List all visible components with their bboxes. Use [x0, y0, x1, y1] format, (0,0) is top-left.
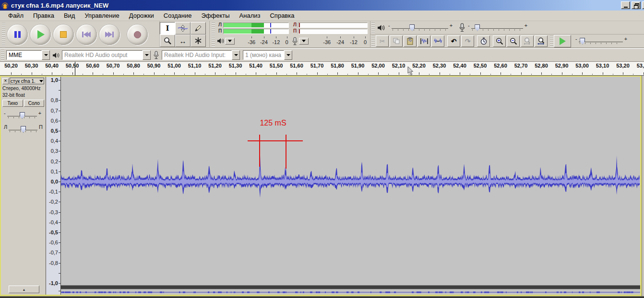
timeline-label: 52,10	[392, 63, 405, 69]
skip-to-start-icon	[82, 32, 91, 37]
stop-button[interactable]	[53, 24, 74, 45]
timeline-label: 53,20	[616, 63, 630, 69]
mouse-pointer-icon	[407, 67, 414, 76]
track-close-button[interactable]: ×	[2, 78, 9, 84]
vruler-tick	[59, 90, 60, 91]
output-combo-arrow-icon[interactable]	[143, 50, 151, 60]
channel-separator[interactable]	[61, 285, 640, 289]
minimize-button[interactable]	[621, 1, 630, 9]
input-volume-slider[interactable]: - +	[466, 23, 529, 33]
vruler-tick	[59, 131, 60, 131]
pan-slider[interactable]: Л П	[2, 124, 44, 135]
playback-meter[interactable]: Л П -36-24-120	[217, 22, 289, 47]
envelope-tool-button[interactable]	[175, 22, 191, 34]
trim-button[interactable]	[417, 35, 430, 47]
transport-grip[interactable]	[2, 22, 5, 47]
record-button[interactable]	[127, 24, 148, 45]
menu-item-5[interactable]: Дорожки	[124, 11, 159, 20]
vruler-label: -0,6	[49, 240, 58, 245]
track-collapse-button[interactable]: ▲	[9, 286, 39, 293]
selection-tool-button[interactable]: I	[160, 22, 175, 34]
copy-button[interactable]	[390, 35, 403, 47]
paste-button[interactable]	[404, 35, 417, 47]
cut-button[interactable]: ✂	[376, 35, 389, 47]
paste-icon	[406, 37, 414, 45]
playback-speed-slider[interactable]: - +	[574, 36, 629, 46]
fit-selection-button[interactable]	[521, 35, 534, 47]
menu-item-3[interactable]: Вид	[59, 11, 80, 20]
transcription-grip[interactable]	[550, 35, 553, 46]
meter-grip[interactable]	[212, 23, 215, 46]
play-button[interactable]	[30, 24, 51, 45]
channels-combo-arrow-icon[interactable]	[284, 50, 292, 60]
input-combo-arrow-icon[interactable]	[232, 50, 240, 60]
skip-to-start-button[interactable]	[76, 24, 97, 45]
device-grip[interactable]	[1, 50, 4, 60]
zoom-in-button[interactable]	[493, 35, 506, 47]
zoom-tool-button[interactable]	[160, 34, 175, 47]
menu-item-6[interactable]: Создание	[159, 11, 197, 20]
mixer-microphone-icon	[459, 23, 465, 32]
playback-meter-dropdown[interactable]	[225, 38, 235, 45]
close-button[interactable]	[642, 1, 644, 9]
input-channels-combo[interactable]: 1 (моно) кана	[243, 50, 292, 60]
meter-scale-tick	[340, 36, 341, 38]
channel-2-partial[interactable]	[61, 289, 640, 295]
edit-grip[interactable]	[371, 35, 375, 46]
timeline-label: 50,40	[45, 63, 59, 69]
host-combo-arrow-icon[interactable]	[42, 50, 50, 60]
menu-item-9[interactable]: Справка	[265, 11, 299, 20]
input-device-combo[interactable]: Realtek HD Audio Input:	[162, 50, 240, 60]
pan-thumb[interactable]	[21, 126, 26, 133]
timeline-major-tick	[174, 72, 175, 75]
host-combo[interactable]: MME	[6, 50, 50, 60]
skip-to-end-button[interactable]	[99, 24, 120, 45]
pause-button[interactable]	[7, 24, 28, 45]
mute-button[interactable]: Тихо	[2, 100, 23, 107]
gain-slider[interactable]: - +	[2, 110, 44, 121]
solo-button[interactable]: Соло	[24, 100, 45, 107]
silence-button[interactable]	[431, 35, 444, 47]
restore-button[interactable]	[632, 1, 641, 9]
timeline-label: 51,10	[188, 63, 202, 69]
output-volume-slider[interactable]: - +	[387, 23, 454, 33]
waveform-view[interactable]: 125 mS	[61, 77, 640, 295]
timeline-ruler[interactable]: 50,2050,3050,4050,5050,6050,7050,8050,90…	[0, 62, 644, 76]
recording-meter-dropdown[interactable]	[299, 38, 309, 45]
menu-item-1[interactable]: Файл	[3, 11, 28, 20]
undo-button[interactable]: ↶	[447, 35, 460, 47]
recording-meter[interactable]: Л П -36-24-120	[292, 22, 368, 47]
menu-item-2[interactable]: Правка	[28, 11, 59, 20]
track-name-menu[interactable]: стук cfna 1.	[10, 78, 44, 84]
menu-item-8[interactable]: Анализ	[235, 11, 265, 20]
timeline-minor-tick	[572, 74, 572, 75]
zoom-out-button[interactable]	[507, 35, 520, 47]
vertical-scrollbar[interactable]	[642, 76, 644, 296]
multi-tool-button[interactable]	[191, 34, 206, 47]
speed-thumb[interactable]	[580, 38, 585, 45]
gain-thumb[interactable]	[20, 112, 25, 119]
timeline-major-tick	[541, 72, 542, 75]
meter-scale-number: -36	[248, 39, 255, 45]
output-device-combo[interactable]: Realtek HD Audio output	[62, 50, 151, 60]
vruler-tick	[59, 100, 60, 101]
vruler-label: 0,6	[51, 118, 58, 124]
time-shift-tool-button[interactable]: ↔	[175, 34, 191, 47]
draw-tool-button[interactable]	[191, 22, 206, 34]
play-at-speed-button[interactable]	[554, 35, 571, 47]
sync-lock-button[interactable]	[477, 35, 490, 47]
timeline-minor-tick	[531, 74, 532, 75]
timeline-major-tick	[440, 72, 440, 75]
input-volume-thumb[interactable]	[475, 24, 480, 31]
menu-item-4[interactable]: Управление	[80, 11, 124, 20]
output-volume-thumb[interactable]	[409, 24, 415, 31]
redo-button[interactable]: ↷	[461, 35, 474, 47]
timeline-label: 50,20	[4, 63, 18, 69]
vertical-ruler[interactable]: 1,00,80,70,60,50,40,30,20,10,0-0,1-0,2-0…	[46, 77, 61, 295]
mixer-grip[interactable]	[371, 22, 375, 33]
menu-item-7[interactable]: Эффекты	[196, 11, 234, 20]
fit-project-button[interactable]	[535, 35, 548, 47]
input-channels-value: 1 (моно) кана	[243, 50, 284, 60]
track-format-label: Стерео, 48000Hz	[2, 86, 44, 91]
track-area: × стук cfna 1. Стерео, 48000Hz 32-bit fl…	[0, 76, 642, 296]
